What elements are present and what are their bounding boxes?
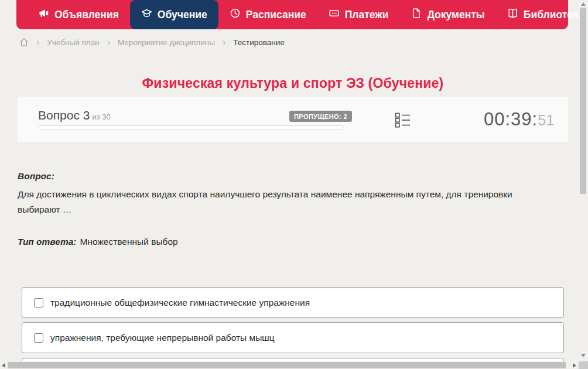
question-total: из 30 — [92, 112, 110, 121]
nav-item-documents[interactable]: Документы — [399, 0, 495, 29]
nav-item-library[interactable]: Библиотека — [496, 0, 588, 29]
answer-type-value: Множественный выбор — [80, 237, 178, 247]
payment-icon — [329, 8, 340, 22]
book-icon — [507, 8, 518, 22]
answer-type-label: Тип ответа: — [18, 237, 77, 247]
nav-item-schedule[interactable]: Расписание — [218, 0, 317, 29]
breadcrumb-discipline-event[interactable]: Мероприятие дисциплины — [118, 38, 215, 47]
nav-item-announcements[interactable]: Объявления — [27, 0, 130, 29]
scroll-left-arrow-icon[interactable] — [2, 363, 5, 368]
nav-item-learning[interactable]: Обучение — [130, 0, 218, 29]
nav-item-label: Платежи — [345, 9, 389, 21]
option-label: традиционные общефизические гимнастическ… — [50, 298, 310, 308]
home-icon[interactable] — [19, 37, 29, 47]
nav-item-label: Документы — [427, 9, 484, 21]
page-title: Физическая культура и спорт ЭЗ (Обучение… — [0, 76, 586, 91]
breadcrumb: › Учебный план › Мероприятие дисциплины … — [19, 36, 285, 49]
skipped-badge: ПРОПУЩЕНО: 2 — [289, 111, 352, 122]
question-progress-bar — [38, 125, 344, 129]
answer-option-row[interactable]: упражнения, требующие непрерывной работы… — [22, 322, 564, 353]
question-text: Для достижения в циклических видах спорт… — [18, 187, 525, 217]
scroll-down-arrow-icon[interactable] — [581, 354, 586, 357]
clock-icon — [230, 8, 241, 22]
top-navigation: Объявления Обучение Расписание Платежи Д… — [16, 0, 568, 29]
question-section: Вопрос: Для достижения в циклических вид… — [18, 171, 525, 217]
answer-option-row[interactable]: традиционные общефизические гимнастическ… — [22, 287, 564, 318]
breadcrumb-study-plan[interactable]: Учебный план — [47, 38, 99, 47]
breadcrumb-separator-icon: › — [36, 36, 39, 47]
question-list-icon[interactable] — [395, 112, 411, 128]
answer-type: Тип ответа:Множественный выбор — [18, 237, 178, 247]
breadcrumb-separator-icon: › — [223, 36, 225, 47]
scroll-right-arrow-icon[interactable] — [573, 363, 576, 368]
nav-item-label: Обучение — [158, 9, 207, 21]
nav-item-label: Библиотека — [524, 9, 584, 21]
graduation-cap-icon — [141, 8, 152, 22]
nav-item-payments[interactable]: Платежи — [317, 0, 400, 29]
scroll-up-arrow-icon[interactable] — [581, 2, 586, 6]
document-icon — [411, 8, 422, 22]
question-number: Вопрос 3из 30 — [38, 108, 111, 122]
option-checkbox[interactable] — [34, 298, 43, 308]
option-label: упражнения, требующие непрерывной работы… — [50, 333, 275, 343]
nav-item-label: Расписание — [246, 9, 306, 21]
question-header-card: Вопрос 3из 30 ПРОПУЩЕНО: 2 00:39:51 — [18, 97, 568, 142]
vertical-scrollbar-thumb[interactable] — [580, 8, 586, 194]
breadcrumb-testing: Тестирование — [233, 38, 285, 47]
megaphone-icon — [38, 8, 49, 22]
timer-hours-minutes: 00:39: — [484, 109, 538, 129]
horizontal-scrollbar[interactable] — [0, 361, 579, 369]
question-heading: Вопрос: — [18, 171, 525, 182]
timer: 00:39:51 — [484, 109, 555, 130]
nav-item-label: Объявления — [54, 9, 119, 21]
timer-seconds: 51 — [538, 112, 555, 128]
vertical-scrollbar[interactable] — [579, 0, 588, 361]
scrollbar-corner — [579, 361, 588, 369]
question-number-label: Вопрос 3 — [38, 108, 90, 122]
breadcrumb-separator-icon: › — [107, 36, 110, 47]
horizontal-scrollbar-thumb[interactable] — [8, 362, 566, 368]
option-checkbox[interactable] — [34, 333, 43, 343]
